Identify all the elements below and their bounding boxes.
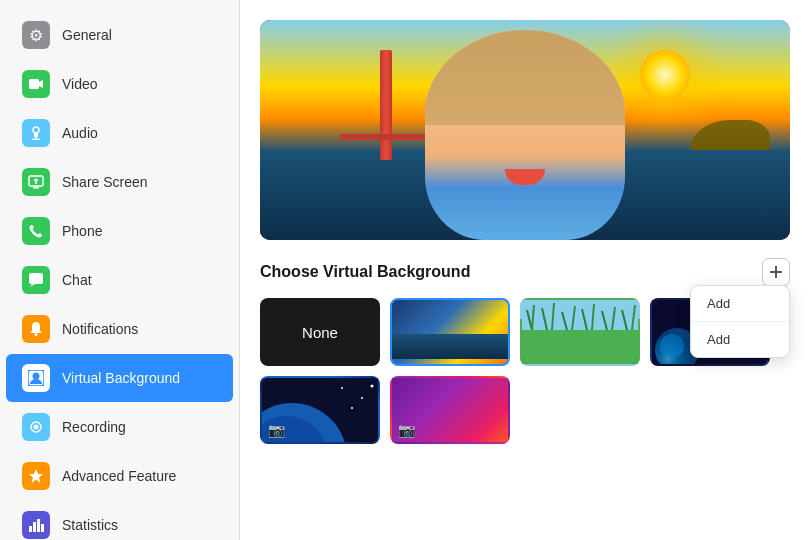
sidebar-label-share-screen: Share Screen xyxy=(62,174,148,190)
svg-rect-19 xyxy=(37,519,40,532)
sidebar-label-general: General xyxy=(62,27,112,43)
share-screen-icon xyxy=(22,168,50,196)
phone-icon xyxy=(22,217,50,245)
purple-video-icon: 📷 xyxy=(398,422,415,438)
recording-icon xyxy=(22,413,50,441)
sidebar-label-statistics: Statistics xyxy=(62,517,118,533)
add-background-button[interactable] xyxy=(762,258,790,286)
sidebar-item-recording[interactable]: Recording xyxy=(6,403,233,451)
advanced-feature-icon xyxy=(22,462,50,490)
svg-point-15 xyxy=(34,425,39,430)
sidebar-label-notifications: Notifications xyxy=(62,321,138,337)
add-dropdown-menu: Add Add xyxy=(690,285,790,358)
thumb-bridge[interactable] xyxy=(390,298,510,366)
chat-icon xyxy=(22,266,50,294)
choose-section: Choose Virtual Background xyxy=(260,258,790,286)
sidebar-label-phone: Phone xyxy=(62,223,102,239)
bridge-tower-left xyxy=(380,50,392,160)
sidebar-label-chat: Chat xyxy=(62,272,92,288)
sun-element xyxy=(640,50,690,100)
sidebar-label-video: Video xyxy=(62,76,98,92)
svg-rect-20 xyxy=(41,524,44,532)
svg-point-2 xyxy=(33,127,39,133)
audio-icon xyxy=(22,119,50,147)
sidebar-item-virtual-background[interactable]: Virtual Background xyxy=(6,354,233,402)
svg-rect-25 xyxy=(522,330,640,366)
choose-title: Choose Virtual Background xyxy=(260,263,470,281)
svg-rect-3 xyxy=(34,133,38,137)
thumbnails-row-2: 📷 📷 xyxy=(260,376,790,444)
svg-rect-17 xyxy=(29,526,32,532)
svg-point-53 xyxy=(351,407,353,409)
sidebar-item-general[interactable]: ⚙ General xyxy=(6,11,233,59)
add-dropdown-item-2[interactable]: Add xyxy=(691,322,789,357)
virtual-background-preview xyxy=(260,20,790,240)
svg-point-11 xyxy=(35,333,38,336)
svg-point-51 xyxy=(361,397,363,399)
virtual-background-icon xyxy=(22,364,50,392)
sidebar-label-advanced-feature: Advanced Feature xyxy=(62,468,176,484)
sidebar-item-phone[interactable]: Phone xyxy=(6,207,233,255)
sidebar-item-video[interactable]: Video xyxy=(6,60,233,108)
video-icon xyxy=(22,70,50,98)
sidebar-item-share-screen[interactable]: Share Screen xyxy=(6,158,233,206)
svg-rect-5 xyxy=(32,139,40,141)
thumb-none[interactable]: None xyxy=(260,298,380,366)
general-icon: ⚙ xyxy=(22,21,50,49)
main-content: Choose Virtual Background None xyxy=(240,0,810,540)
svg-point-40 xyxy=(660,334,684,358)
person-face xyxy=(425,30,625,240)
sidebar-item-notifications[interactable]: Notifications xyxy=(6,305,233,353)
notifications-icon xyxy=(22,315,50,343)
hair xyxy=(425,30,625,125)
svg-point-50 xyxy=(341,387,343,389)
sidebar-label-audio: Audio xyxy=(62,125,98,141)
thumb-earth[interactable]: 📷 xyxy=(260,376,380,444)
svg-marker-16 xyxy=(29,469,43,483)
sidebar-label-recording: Recording xyxy=(62,419,126,435)
earth-video-icon: 📷 xyxy=(268,422,285,438)
add-dropdown-item-1[interactable]: Add xyxy=(691,286,789,322)
lips xyxy=(505,169,545,185)
svg-marker-1 xyxy=(39,80,43,88)
sidebar: ⚙ General Video Audio Share Screen Phone… xyxy=(0,0,240,540)
svg-rect-0 xyxy=(29,79,39,89)
statistics-icon xyxy=(22,511,50,539)
svg-point-12 xyxy=(33,373,40,380)
sidebar-item-chat[interactable]: Chat xyxy=(6,256,233,304)
svg-rect-8 xyxy=(35,186,37,188)
svg-point-52 xyxy=(371,385,374,388)
thumb-none-label: None xyxy=(302,324,338,341)
sidebar-item-statistics[interactable]: Statistics xyxy=(6,501,233,540)
thumb-grass[interactable] xyxy=(520,298,640,366)
svg-rect-10 xyxy=(29,273,43,284)
sidebar-item-advanced-feature[interactable]: Advanced Feature xyxy=(6,452,233,500)
svg-rect-18 xyxy=(33,522,36,532)
sidebar-label-virtual-background: Virtual Background xyxy=(62,370,180,386)
sidebar-item-audio[interactable]: Audio xyxy=(6,109,233,157)
thumb-purple[interactable]: 📷 xyxy=(390,376,510,444)
